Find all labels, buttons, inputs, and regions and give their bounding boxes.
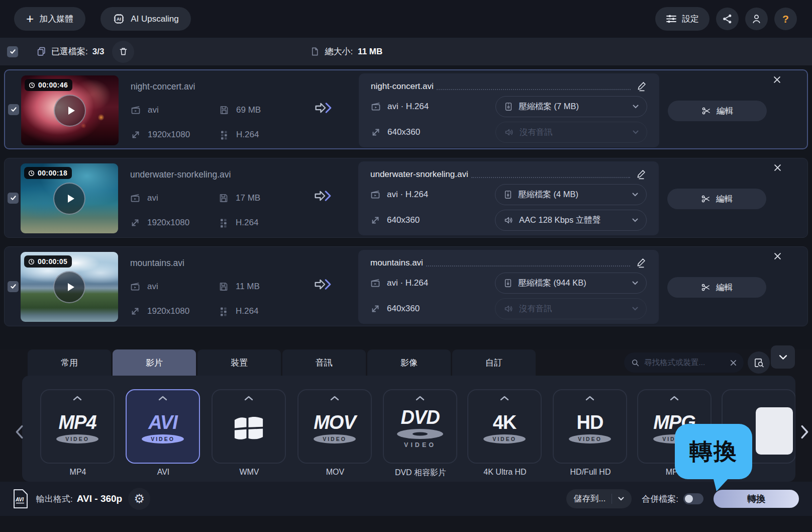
convert-tooltip-callout: 轉換 [675, 424, 752, 479]
format-card-hd[interactable]: HD VIDEO [553, 389, 627, 464]
compress-icon [504, 102, 513, 111]
format-card-dvd[interactable]: DVD VIDEO [383, 389, 457, 464]
video-thumbnail[interactable]: 00:00:18 [21, 163, 118, 233]
convert-arrow-icon [314, 101, 333, 117]
footer-right-group: 儲存到... 合併檔案: 轉換 [566, 489, 799, 508]
source-size: 17 MB [219, 193, 321, 203]
total-size-group: 總大小: 11 MB [310, 46, 382, 57]
check-icon [10, 283, 17, 290]
codec-icon [219, 218, 229, 228]
output-format: avi · H.264 [370, 278, 491, 288]
select-all-checkbox[interactable] [7, 46, 18, 57]
chevron-up-icon [585, 396, 594, 401]
source-size: 11 MB [219, 282, 321, 292]
video-format-icon [370, 278, 380, 288]
help-button[interactable]: ? [774, 8, 797, 30]
edit-button[interactable]: 編輯 [667, 277, 766, 298]
format-caption: MP4 [35, 468, 121, 477]
ai-chip-text: AI [117, 17, 121, 22]
tab-video[interactable]: 影片 [113, 349, 196, 376]
video-thumbnail[interactable]: 00:00:46 [21, 75, 119, 145]
compress-icon [503, 190, 513, 199]
edit-button[interactable]: 編輯 [668, 101, 767, 121]
source-codec: H.264 [219, 218, 321, 228]
tab-images[interactable]: 影像 [367, 349, 451, 376]
avi-logo: AVI VIDEO [142, 401, 184, 463]
convert-button[interactable]: 轉換 [714, 490, 799, 508]
audio-dropdown[interactable]: 沒有音訊 [495, 298, 647, 319]
compression-value: 壓縮檔案 (944 KB) [518, 278, 586, 289]
pencil-icon [636, 257, 647, 268]
duration-badge: 00:00:46 [25, 79, 72, 91]
ai-upscaling-button[interactable]: AI AI Upscaling [100, 7, 190, 31]
share-button[interactable] [716, 8, 739, 30]
format-card-avi[interactable]: AVI VIDEO [126, 389, 200, 464]
compression-dropdown[interactable]: 壓縮檔案 (944 KB) [495, 273, 647, 294]
format-card-wmv[interactable] [212, 389, 286, 464]
chevron-up-icon [500, 396, 509, 401]
search-input[interactable] [644, 358, 726, 367]
tab-audio[interactable]: 音訊 [282, 349, 366, 376]
video-format-icon [370, 190, 380, 200]
search-preview-button[interactable] [748, 351, 770, 374]
remove-file-button[interactable] [774, 252, 781, 262]
compression-dropdown[interactable]: 壓縮檔案 (4 MB) [495, 184, 647, 205]
audio-dropdown[interactable]: 沒有音訊 [495, 122, 647, 143]
chevron-down-icon [618, 497, 624, 501]
sliders-icon [666, 14, 677, 24]
output-filename: night-concert.avi [371, 81, 434, 92]
clear-search-icon[interactable] [730, 360, 737, 366]
tab-custom[interactable]: 自訂 [452, 349, 536, 376]
scissors-icon [701, 283, 710, 292]
compression-value: 壓縮檔案 (7 MB) [519, 101, 579, 112]
speaker-icon [504, 127, 514, 137]
file-doc-icon [310, 47, 320, 56]
ai-chip-icon: AI [113, 13, 125, 25]
play-button[interactable] [53, 271, 85, 303]
format-caption: AVI [120, 468, 207, 477]
source-info: night-concert.avi avi 69 MB 1920x1080 [131, 81, 322, 140]
source-filename: underwater-snorkeling.avi [130, 169, 321, 180]
rename-button[interactable] [636, 169, 647, 180]
compression-value: 壓縮檔案 (4 MB) [518, 189, 578, 200]
clock-icon [28, 170, 35, 176]
format-card-4k[interactable]: 4K VIDEO [467, 389, 542, 464]
format-card-mov[interactable]: MOV VIDEO [297, 389, 372, 464]
file-checkbox[interactable] [8, 281, 19, 292]
rename-button[interactable] [637, 81, 647, 92]
compression-dropdown[interactable]: 壓縮檔案 (7 MB) [495, 96, 647, 117]
format-card-mp4[interactable]: MP4 VIDEO [40, 389, 115, 464]
remove-file-button[interactable] [774, 164, 781, 173]
delete-selected-button[interactable] [112, 41, 134, 63]
merge-files-toggle[interactable] [683, 493, 703, 504]
play-button[interactable] [53, 183, 85, 215]
scroll-right-button[interactable] [801, 425, 809, 441]
file-checkbox[interactable] [8, 104, 19, 115]
settings-button[interactable]: 設定 [655, 7, 709, 31]
scroll-left-button[interactable] [15, 425, 23, 441]
add-media-button[interactable]: + 加入媒體 [14, 7, 85, 31]
edit-label: 編輯 [716, 194, 733, 205]
play-button[interactable] [54, 95, 86, 127]
edit-button[interactable]: 編輯 [667, 189, 766, 209]
play-icon [64, 193, 76, 205]
resize-icon [131, 130, 141, 140]
rename-button[interactable] [636, 257, 647, 268]
chevron-up-icon [330, 396, 339, 401]
video-format-icon [371, 102, 381, 112]
tab-common[interactable]: 常用 [28, 349, 111, 376]
video-thumbnail[interactable]: 00:00:05 [21, 252, 118, 322]
scissors-icon [701, 106, 711, 116]
total-size-label: 總大小: [325, 46, 353, 57]
format-caption: WMV [206, 468, 292, 477]
audio-dropdown[interactable]: AAC 128 Kbps 立體聲 [495, 210, 647, 231]
output-settings-gear-button[interactable]: ⚙ [128, 488, 150, 510]
collapse-panel-button[interactable] [771, 345, 795, 369]
output-resolution: 640x360 [370, 215, 491, 225]
tab-devices[interactable]: 裝置 [197, 349, 281, 376]
remove-file-button[interactable] [773, 76, 781, 85]
save-to-button[interactable]: 儲存到... [566, 489, 632, 508]
file-checkbox[interactable] [8, 193, 19, 204]
account-button[interactable] [745, 8, 768, 30]
chevron-up-icon [670, 396, 679, 401]
